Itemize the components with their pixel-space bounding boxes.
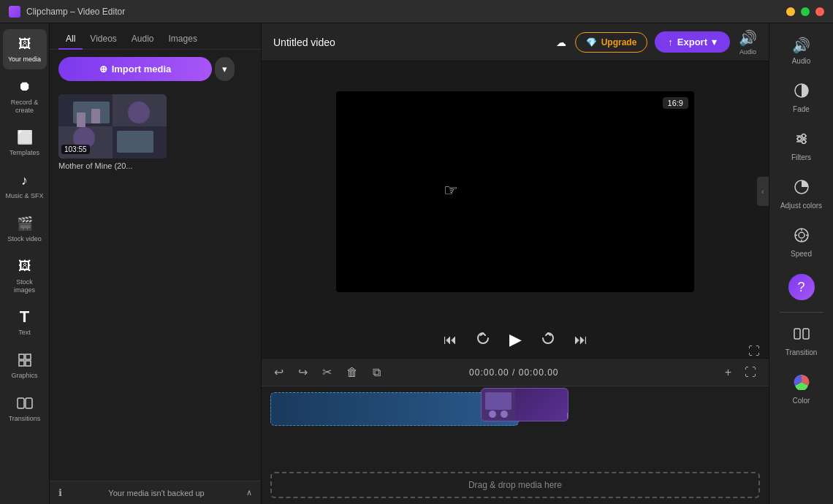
right-color-icon bbox=[794, 374, 810, 394]
tab-all[interactable]: All bbox=[58, 29, 83, 50]
right-speed-label: Speed bbox=[791, 250, 812, 258]
svg-rect-14 bbox=[91, 109, 100, 123]
text-icon: T bbox=[16, 308, 34, 326]
audio-speaker-icon: 🔊 bbox=[739, 29, 757, 47]
rewind-button[interactable] bbox=[473, 328, 493, 352]
aspect-ratio-badge: 16:9 bbox=[663, 97, 688, 109]
upgrade-button[interactable]: 💎 Upgrade bbox=[575, 32, 648, 53]
sidebar-item-stock-images[interactable]: 🖼 Stock images bbox=[3, 252, 47, 300]
media-duration: 103:55 bbox=[61, 145, 90, 154]
right-item-fade[interactable]: Fade bbox=[772, 75, 831, 121]
sidebar-item-music-sfx[interactable]: ♪ Music & SFX bbox=[3, 166, 47, 206]
import-icon: ⊕ bbox=[99, 64, 107, 75]
right-item-filters[interactable]: Filters bbox=[772, 123, 831, 169]
preview-controls: ⏮ ▶ ⏭ ⛶ bbox=[262, 321, 769, 358]
info-icon: ℹ bbox=[58, 487, 62, 498]
tab-audio[interactable]: Audio bbox=[124, 29, 161, 50]
transitions-icon bbox=[16, 394, 34, 412]
editor-main: Untitled video ☁ 💎 Upgrade ↑ Export ▾ 🔊 … bbox=[262, 23, 769, 504]
svg-rect-34 bbox=[803, 329, 809, 339]
help-icon: ? bbox=[797, 280, 805, 295]
fullscreen-button[interactable]: ⛶ bbox=[748, 345, 760, 358]
upgrade-icon: 💎 bbox=[586, 37, 597, 47]
help-button[interactable]: ? bbox=[788, 274, 815, 300]
delete-button[interactable]: 🗑 bbox=[343, 364, 362, 381]
record-icon: ⏺ bbox=[16, 78, 34, 96]
right-audio-label: Audio bbox=[792, 57, 811, 65]
topbar: Untitled video ☁ 💎 Upgrade ↑ Export ▾ 🔊 … bbox=[262, 23, 769, 61]
skip-back-button[interactable]: ⏮ bbox=[441, 329, 460, 351]
minimize-button[interactable] bbox=[786, 7, 795, 16]
svg-rect-16 bbox=[485, 392, 511, 410]
your-media-icon: 🖼 bbox=[16, 35, 34, 53]
titlebar: Clipchamp – Video Editor bbox=[0, 0, 833, 23]
svg-rect-2 bbox=[19, 361, 24, 366]
zoom-in-button[interactable]: + bbox=[721, 364, 735, 381]
right-item-speed[interactable]: Speed bbox=[772, 220, 831, 265]
right-divider bbox=[780, 312, 824, 313]
right-item-adjust-colors[interactable]: Adjust colors bbox=[772, 172, 831, 217]
app-title: Clipchamp – Video Editor bbox=[26, 7, 780, 17]
right-transition-icon bbox=[794, 326, 810, 345]
svg-rect-4 bbox=[18, 398, 24, 408]
sidebar-item-stock-video[interactable]: 🎬 Stock video bbox=[3, 209, 47, 249]
backup-message: Your media isn't backed up bbox=[108, 489, 204, 497]
graphics-label: Graphics bbox=[11, 372, 37, 380]
right-item-audio[interactable]: 🔊 Audio bbox=[772, 29, 831, 72]
sidebar-item-graphics[interactable]: Graphics bbox=[3, 345, 47, 386]
media-grid: 103:55 Mother of Mine (20... bbox=[50, 88, 261, 481]
play-button[interactable]: ▶ bbox=[506, 327, 525, 352]
svg-rect-5 bbox=[26, 398, 32, 408]
sidebar-item-your-media[interactable]: 🖼 Your media bbox=[3, 29, 47, 69]
right-transition-label: Transition bbox=[786, 348, 818, 356]
video-title[interactable]: Untitled video bbox=[273, 37, 541, 48]
tab-videos[interactable]: Videos bbox=[83, 29, 123, 50]
right-item-color[interactable]: Color bbox=[772, 367, 831, 412]
templates-label: Templates bbox=[9, 149, 39, 157]
right-audio-icon: 🔊 bbox=[792, 37, 810, 54]
import-media-button[interactable]: ⊕ Import media bbox=[58, 57, 212, 81]
media-tabs: All Videos Audio Images bbox=[50, 23, 261, 50]
close-button[interactable] bbox=[815, 7, 824, 16]
drop-zone: Drag & drop media here bbox=[270, 472, 760, 498]
preview-screen[interactable]: ☞ 16:9 bbox=[336, 91, 694, 292]
stock-images-label: Stock images bbox=[6, 278, 44, 294]
music-icon: ♪ bbox=[16, 172, 34, 189]
floating-clip[interactable]: ☟ bbox=[481, 388, 568, 421]
svg-point-17 bbox=[489, 411, 496, 418]
timeline-toolbar: ↩ ↪ ✂ 🗑 ⧉ 00:00.00 / 00:00.00 + ⛶ bbox=[262, 359, 769, 386]
cursor-icon: ☞ bbox=[444, 181, 458, 200]
media-item[interactable]: 103:55 Mother of Mine (20... bbox=[58, 94, 167, 170]
zoom-out-button[interactable]: ⛶ bbox=[741, 364, 760, 381]
your-media-label: Your media bbox=[8, 56, 41, 64]
tab-images[interactable]: Images bbox=[161, 29, 205, 50]
sidebar-item-templates[interactable]: ⬜ Templates bbox=[3, 123, 47, 163]
app-layout: 🖼 Your media ⏺ Record & create ⬜ Templat… bbox=[0, 23, 833, 504]
import-dropdown-button[interactable]: ▾ bbox=[215, 57, 235, 81]
svg-point-28 bbox=[799, 232, 805, 238]
graphics-icon bbox=[16, 351, 34, 369]
import-area: ⊕ Import media ▾ bbox=[50, 50, 261, 88]
sidebar-item-record-create[interactable]: ⏺ Record & create bbox=[3, 72, 47, 121]
right-item-transition[interactable]: Transition bbox=[772, 318, 831, 364]
audio-label: Audio bbox=[739, 48, 756, 56]
backup-chevron[interactable]: ∧ bbox=[246, 488, 252, 497]
right-fade-label: Fade bbox=[793, 105, 810, 113]
right-adjust-colors-label: Adjust colors bbox=[780, 202, 822, 210]
export-icon: ↑ bbox=[668, 37, 673, 47]
panel-collapse-handle[interactable]: ‹ bbox=[757, 177, 769, 206]
sidebar-item-transitions[interactable]: Transitions bbox=[3, 389, 47, 429]
skip-forward-button[interactable]: ⏭ bbox=[571, 329, 590, 351]
undo-button[interactable]: ↩ bbox=[270, 363, 287, 381]
maximize-button[interactable] bbox=[801, 7, 810, 16]
redo-button[interactable]: ↪ bbox=[294, 363, 311, 381]
cut-button[interactable]: ✂ bbox=[319, 363, 335, 381]
sidebar-item-text[interactable]: T Text bbox=[3, 302, 47, 343]
copy-button[interactable]: ⧉ bbox=[369, 364, 384, 381]
timecode-display: 00:00.00 / 00:00.00 bbox=[469, 367, 558, 378]
audio-button[interactable]: 🔊 Audio bbox=[739, 29, 757, 56]
window-controls bbox=[786, 7, 824, 16]
forward-button[interactable] bbox=[538, 328, 558, 352]
export-button[interactable]: ↑ Export ▾ bbox=[655, 31, 730, 53]
right-panel: 🔊 Audio Fade Filters Adjust colors Sp bbox=[769, 23, 833, 504]
